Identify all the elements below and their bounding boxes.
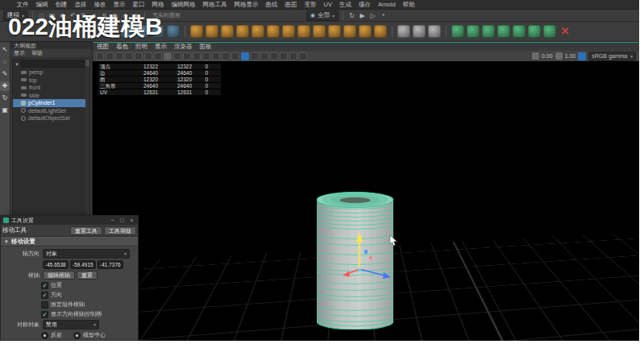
ipr-render-icon[interactable]: ▷ <box>368 11 377 20</box>
gamma-icon[interactable] <box>555 52 563 60</box>
menubar-item[interactable]: UV <box>320 0 335 10</box>
tool-settings-titlebar[interactable]: 工具设置 − □ × <box>1 216 138 225</box>
poly-superellipse-icon[interactable] <box>374 25 387 38</box>
outliner-menu-display[interactable]: 显示 <box>14 49 25 57</box>
outliner-item-pCylinder1[interactable]: pCylinder1 <box>13 99 89 107</box>
viewport-toggle-icon[interactable] <box>260 52 268 60</box>
menubar-item[interactable]: 修改 <box>90 0 110 10</box>
mirror-icon[interactable] <box>451 25 464 38</box>
axis-orientation-dropdown[interactable]: 对象 ▾ <box>43 249 130 259</box>
symmetry-dropdown[interactable]: 禁用 ▾ <box>43 320 99 329</box>
maximize-icon[interactable]: □ <box>118 218 126 223</box>
outliner-item-top[interactable]: top <box>13 77 89 85</box>
poly-sphere-icon[interactable] <box>190 25 203 38</box>
viewport-toggle-icon[interactable] <box>106 52 114 60</box>
viewport-toggle-icon[interactable] <box>164 52 172 60</box>
viewport-toggle-icon[interactable] <box>280 52 288 60</box>
object-center-radio[interactable] <box>73 332 81 339</box>
smooth-icon[interactable] <box>497 25 510 38</box>
poly-cylinder-icon[interactable] <box>221 25 234 38</box>
viewport-toggle-icon[interactable] <box>212 52 220 60</box>
menubar-item[interactable]: Arnold <box>374 0 399 10</box>
delete-icon[interactable]: ✕ <box>559 25 571 38</box>
outliner-menu-help[interactable]: 帮助 <box>31 49 43 57</box>
viewport-toggle-icon[interactable] <box>241 52 249 60</box>
viewport-toggle-icon[interactable] <box>202 52 210 60</box>
move-settings-section-header[interactable]: ▼ 移动设置 <box>1 237 138 247</box>
outliner-item-defaultLightSet[interactable]: defaultLightSet <box>13 107 89 115</box>
axis-z-field[interactable]: -41.7376 <box>98 260 123 269</box>
outliner-item-side[interactable]: side <box>13 92 89 100</box>
poly-cube-icon[interactable] <box>206 25 218 38</box>
outliner-item-front[interactable]: front <box>13 84 89 92</box>
curve-arc-icon[interactable] <box>167 25 180 38</box>
render-view-icon[interactable]: ▶ <box>358 11 367 20</box>
poly-cone-icon[interactable] <box>236 25 249 38</box>
viewport-menu-item[interactable]: 着色 <box>116 43 128 51</box>
poly-soccer-icon[interactable] <box>359 25 372 38</box>
rotate-tool-icon[interactable]: ↻ <box>0 93 10 103</box>
menubar-item[interactable]: 编辑网格 <box>168 0 199 10</box>
viewport-menu-item[interactable]: 显示 <box>155 43 167 51</box>
connect-icon[interactable] <box>428 25 441 38</box>
viewport-menu-item[interactable]: 视图 <box>97 43 109 51</box>
viewport-toggle-icon[interactable] <box>96 52 104 60</box>
scrollbar-thumb[interactable] <box>85 60 89 66</box>
average-vertices-icon[interactable] <box>482 25 495 38</box>
outliner-item-defaultObjectSet[interactable]: defaultObjectSet <box>13 114 89 122</box>
viewport-toggle-icon[interactable] <box>299 52 307 60</box>
symmetry-icon[interactable] <box>467 25 480 38</box>
viewport-toggle-icon[interactable] <box>135 52 143 60</box>
viewport-toggle-icon[interactable] <box>289 52 297 60</box>
multi-cut-icon[interactable] <box>397 25 410 38</box>
menubar-item[interactable]: 网格工具 <box>199 0 231 10</box>
viewport-toggle-icon[interactable] <box>144 52 152 60</box>
scale-tool-icon[interactable]: ▣ <box>0 106 10 115</box>
poly-plane-icon[interactable] <box>267 25 280 38</box>
retopologize-icon[interactable] <box>513 25 526 38</box>
viewport-menu-item[interactable]: 面板 <box>200 43 212 51</box>
axis-x-field[interactable]: -45.6538 <box>43 260 69 269</box>
menubar-item[interactable]: 变形 <box>301 0 320 10</box>
reset-tool-button[interactable]: 重置工具 <box>70 226 102 235</box>
checkbox[interactable] <box>41 301 48 309</box>
menubar-item[interactable]: 编辑 <box>32 0 52 10</box>
poly-helix-icon[interactable] <box>343 25 356 38</box>
menubar-item[interactable]: 创建 <box>52 0 71 10</box>
menubar-item[interactable]: 生成 <box>335 0 355 10</box>
axis-y-field[interactable]: -59.4915 <box>70 260 96 269</box>
poly-disc-icon[interactable] <box>282 25 295 38</box>
viewport-toggle-icon[interactable] <box>183 52 191 60</box>
viewport-toggle-icon[interactable] <box>270 52 278 60</box>
viewport-toggle-icon[interactable] <box>173 52 181 60</box>
quad-draw-icon[interactable] <box>413 25 426 38</box>
select-tool-icon[interactable]: ↖ <box>0 45 10 55</box>
lasso-tool-icon[interactable]: ◌ <box>0 57 10 67</box>
paint-select-tool-icon[interactable]: ✎ <box>0 69 10 79</box>
menubar-item[interactable]: 缓存 <box>355 0 374 10</box>
poly-torus-icon[interactable] <box>251 25 264 38</box>
selection-mask-dropdown[interactable]: ◉ 全部 ▾ <box>306 10 339 21</box>
poly-gear-icon[interactable] <box>297 25 310 38</box>
reset-pivot-button[interactable]: 重置 <box>77 271 98 280</box>
poly-pyramid-icon[interactable] <box>313 25 326 38</box>
menubar-item[interactable]: 曲面 <box>281 0 301 10</box>
move-tool-icon[interactable]: ✚ <box>0 81 10 91</box>
checkbox[interactable]: ✓ <box>41 282 48 289</box>
viewport-menu-item[interactable]: 渲染器 <box>174 43 193 51</box>
close-icon[interactable]: × <box>128 218 135 223</box>
reflection-radio[interactable] <box>41 332 48 339</box>
menubar-item[interactable]: 网格显示 <box>231 0 262 10</box>
edit-pivot-button[interactable]: 编辑枢轴 <box>43 271 75 280</box>
minimize-icon[interactable]: − <box>109 218 116 223</box>
menubar-item[interactable]: 文件 <box>13 0 32 10</box>
checkbox[interactable]: ✓ <box>41 292 48 299</box>
viewport-toggle-icon[interactable] <box>115 52 123 60</box>
viewport-toggle-icon[interactable] <box>231 52 239 60</box>
menubar-item[interactable]: 帮助 <box>399 0 418 10</box>
outliner-search-input[interactable] <box>21 60 89 68</box>
exposure-value[interactable]: 0.00 <box>542 53 553 59</box>
viewport-toggle-icon[interactable] <box>193 52 201 60</box>
viewport-canvas[interactable]: 顶点12322123220边24640246400面12320123200三角形… <box>93 61 639 341</box>
viewport-toggle-icon[interactable] <box>125 52 133 60</box>
